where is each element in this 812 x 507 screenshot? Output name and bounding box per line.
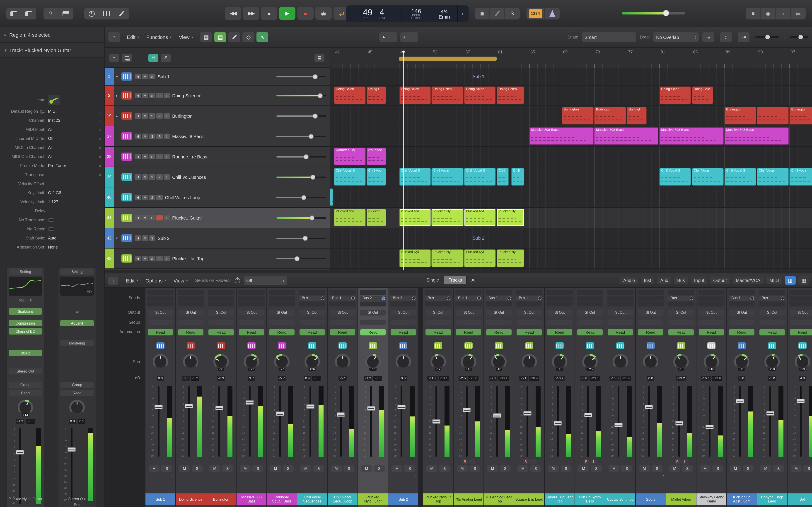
solo-button[interactable]: S <box>252 465 263 472</box>
instrument-slot[interactable]: Sculpture <box>9 308 42 315</box>
mute-button[interactable]: M <box>669 465 680 472</box>
send-slot[interactable] <box>789 296 812 300</box>
stepper-icon[interactable]: ▴▾ <box>99 110 101 113</box>
track-input-button[interactable]: I <box>164 133 170 139</box>
automation-mode-button[interactable]: Read <box>148 329 173 335</box>
sends-on-faders-select[interactable]: Off ▴▾ <box>244 276 287 285</box>
volume-fader[interactable]: 63036912151824304060 <box>297 385 327 458</box>
region[interactable]: Burlington <box>724 107 756 124</box>
send-slot[interactable] <box>329 290 356 295</box>
channel-strip[interactable]: Bus 1St OutRead+255.06303691215182430406… <box>727 288 757 507</box>
automation-mode-button[interactable]: Read <box>360 329 386 335</box>
track-mute-button[interactable]: M <box>142 215 148 220</box>
region[interactable]: Burlington <box>594 107 626 124</box>
grid-button[interactable]: ▦ <box>201 32 212 42</box>
channel-name[interactable]: Plucked Nylo...uitar <box>358 494 388 505</box>
region[interactable]: Chill <box>497 168 509 186</box>
send-slot[interactable] <box>729 301 755 306</box>
volume-value[interactable]: 0.6 <box>183 376 190 381</box>
fader-cap[interactable] <box>155 405 163 409</box>
send-slot[interactable] <box>577 290 603 295</box>
stop-button[interactable]: ■ <box>261 7 277 20</box>
disclosure-triangle-icon[interactable]: ▾ <box>114 236 120 240</box>
send-bus[interactable]: Bus 2 <box>390 296 416 300</box>
volume-fader[interactable]: 63036912151824304060 <box>358 385 388 458</box>
output-select[interactable]: St Out <box>638 309 663 316</box>
send-slot[interactable] <box>208 290 234 295</box>
setting-button[interactable]: Setting <box>9 269 42 275</box>
fader-cap[interactable] <box>185 404 193 408</box>
volume-value[interactable]: -5.7 <box>277 376 286 381</box>
parameter-toggle[interactable] <box>48 227 54 231</box>
channel-name[interactable]: Square Blip Lead Top <box>545 494 574 505</box>
stack-disclosure-icon[interactable]: › <box>662 472 664 477</box>
send-knob[interactable] <box>447 296 450 300</box>
track-mute-button[interactable]: M <box>142 194 148 200</box>
output-select[interactable]: St Out <box>330 309 355 316</box>
track-volume-slider[interactable] <box>276 73 326 80</box>
volume-fader[interactable]: 63036912151824304060 <box>788 385 812 458</box>
track-mute-button[interactable]: M <box>142 235 148 241</box>
volume-value[interactable]: -16.4 <box>701 376 711 381</box>
volume-fader[interactable]: 63036912151824304060 <box>727 385 757 458</box>
automation-mode-button[interactable]: Read <box>668 329 694 335</box>
solo-button[interactable]: S <box>743 465 754 472</box>
volume-value[interactable]: -13.2 <box>676 376 686 381</box>
channel-strip[interactable]: Bus 1St OutRead-6.463036912151824304060M… <box>327 288 358 507</box>
send-knob[interactable] <box>351 296 355 300</box>
pan-knob[interactable]: +14 <box>365 354 380 370</box>
track-hide-button[interactable]: H <box>135 93 141 98</box>
track-lane[interactable]: Doing ScienDoing SDoing ScienDoing Scien… <box>330 86 812 106</box>
mute-button[interactable]: M <box>760 465 771 472</box>
region[interactable]: Plucked Nyl <box>464 209 496 226</box>
volume-fader[interactable]: 63036912151824304060 <box>697 385 726 458</box>
output-select[interactable]: St Out <box>178 309 203 316</box>
region[interactable]: Plucked Nyl <box>432 249 464 267</box>
volume-fader[interactable]: 63036912151824304060 <box>575 385 605 458</box>
input-monitor-button[interactable]: I <box>469 459 475 464</box>
group-select[interactable] <box>391 320 416 325</box>
send-bus[interactable]: Bus 1 <box>729 296 755 300</box>
mixer-mode-single[interactable]: Single <box>422 276 444 284</box>
fader-cap[interactable] <box>215 406 223 410</box>
volume-value[interactable]: -13.2 <box>554 376 565 381</box>
channel-name[interactable]: Chill Vocal Sequences <box>297 494 327 505</box>
setting-button[interactable]: Setting <box>60 269 94 275</box>
volume-value[interactable]: 4.9 <box>799 376 806 381</box>
track-hide-button[interactable]: H <box>135 235 141 241</box>
parameter-toggle[interactable] <box>48 218 54 222</box>
volume-value[interactable]: 0.0 <box>157 376 164 381</box>
group-select[interactable] <box>360 320 386 325</box>
fader-cap[interactable] <box>675 421 683 425</box>
fader-cap[interactable] <box>16 450 24 454</box>
send-slot[interactable] <box>638 296 664 300</box>
volume-fader[interactable]: 63036912151824304060 <box>145 385 175 458</box>
input-monitor-button[interactable]: I <box>530 459 536 464</box>
track-record-button[interactable]: R <box>156 133 163 139</box>
mixer-mode-tracks[interactable]: Tracks <box>444 276 467 284</box>
region[interactable]: Burlingto <box>789 107 812 124</box>
automation-mode-button[interactable]: Read <box>577 329 603 335</box>
volume-value[interactable]: -5.0 <box>768 376 776 381</box>
track-hide-button[interactable]: H <box>135 194 141 200</box>
solo-button[interactable]: S <box>439 465 450 472</box>
volume-fader[interactable]: 63036912151824304060 <box>388 385 418 458</box>
track-input-button[interactable]: I <box>164 154 170 159</box>
volume-fader[interactable]: 63036912151824304060 <box>237 385 266 458</box>
channel-name[interactable]: Chill Vocal Sequ...Loop <box>327 494 358 505</box>
send-slot[interactable] <box>547 290 573 295</box>
channel-name[interactable]: Sub 1 <box>145 494 175 505</box>
channel-name[interactable]: 70s Analog Lead <box>454 494 484 505</box>
pan-knob[interactable]: +26 <box>305 354 320 370</box>
pan-knob[interactable]: +23 <box>244 354 259 370</box>
send-slot[interactable] <box>177 290 204 295</box>
track-solo-button[interactable]: S <box>149 194 155 200</box>
track-mute-button[interactable]: M <box>142 256 148 261</box>
group-select[interactable] <box>148 320 173 325</box>
region[interactable]: Chill Vocal <box>692 168 724 186</box>
channel-name[interactable]: Burlington <box>206 494 236 505</box>
loop-browser-button[interactable]: ▦ <box>761 8 776 19</box>
mute-button[interactable]: M <box>639 465 650 472</box>
send-slot[interactable] <box>638 301 664 306</box>
audio-fx-slot-1[interactable]: Compressor <box>9 320 42 326</box>
